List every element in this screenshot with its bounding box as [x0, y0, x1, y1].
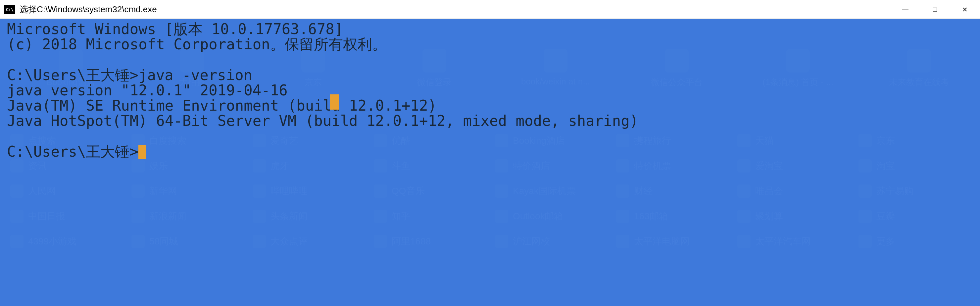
terminal-line: (c) 2018 Microsoft Corporation。保留所有权利。: [7, 36, 387, 53]
cmd-icon: C:\: [4, 5, 15, 14]
terminal-client-area[interactable]: Booking酒店大拍摄京东微信登录book/weixin at n...微信公…: [0, 19, 980, 306]
cmd-window: C:\ 选择C:\Windows\system32\cmd.exe — □ ✕ …: [0, 0, 980, 306]
maximize-button[interactable]: □: [920, 0, 950, 19]
minimize-button[interactable]: —: [890, 0, 920, 19]
terminal-line: Microsoft Windows [版本 10.0.17763.678]: [7, 21, 343, 37]
terminal-line: Java HotSpot(TM) 64-Bit Server VM (build…: [7, 112, 638, 129]
terminal-cursor: [138, 145, 146, 159]
terminal-line: C:\Users\王大锤>java -version: [7, 67, 252, 83]
close-button[interactable]: ✕: [950, 0, 980, 19]
terminal-prompt: C:\Users\王大锤>: [7, 143, 138, 160]
window-controls: — □ ✕: [890, 0, 980, 19]
titlebar[interactable]: C:\ 选择C:\Windows\system32\cmd.exe — □ ✕: [0, 0, 980, 19]
terminal-line: java version "12.0.1" 2019-04-16: [7, 82, 288, 99]
window-title: 选择C:\Windows\system32\cmd.exe: [19, 4, 890, 15]
terminal-output: Microsoft Windows [版本 10.0.17763.678] (c…: [0, 19, 980, 306]
terminal-line: Java(TM) SE Runtime Environment (build 1…: [7, 97, 437, 114]
selection-cursor: [330, 94, 339, 110]
